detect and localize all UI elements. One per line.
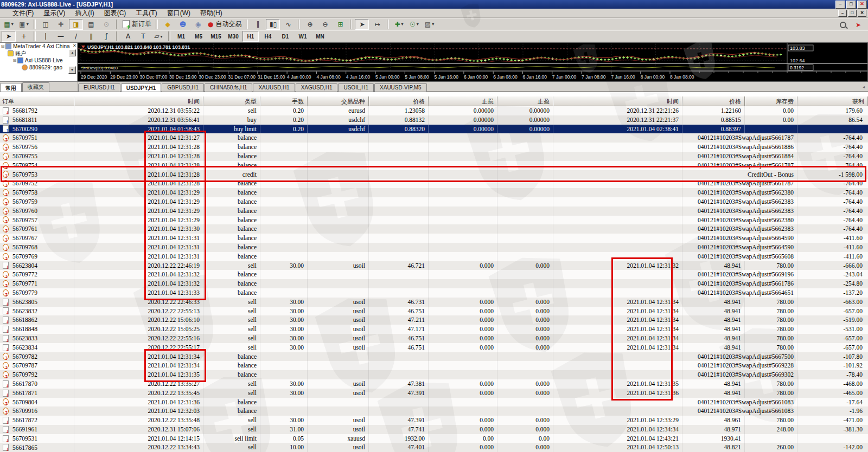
column-header-price-close[interactable]: 价格: [682, 96, 745, 106]
menu-item-6[interactable]: 帮助(H): [195, 8, 227, 18]
terminal-button[interactable]: ▤: [84, 19, 98, 30]
timeframe-mn-button[interactable]: MN: [312, 31, 328, 42]
history-row[interactable]: 566919612020.12.31 15:07:06sell31.00usoi…: [0, 425, 868, 434]
new-order-button[interactable]: 新订单: [121, 19, 153, 30]
experts-button[interactable]: ☻: [176, 19, 190, 30]
timeframe-m15-button[interactable]: M15: [208, 31, 224, 42]
history-row[interactable]: 566178712020.12.22 13:35:45sell30.00usoi…: [0, 389, 868, 398]
zoom-in-button[interactable]: ⊕: [303, 19, 317, 30]
chart-tab-xauusd-vip-m5[interactable]: XAUUSD-VIP,M5: [374, 83, 427, 92]
crosshair-button[interactable]: +: [17, 31, 31, 42]
zoom-out-button[interactable]: ⊖: [318, 19, 332, 30]
menu-item-0[interactable]: 文件(F): [8, 8, 39, 18]
history-row[interactable]: 566818112020.12.31 03:56:41buy0.20usdchf…: [0, 115, 868, 125]
column-header-symbol[interactable]: 交易品种: [308, 96, 369, 106]
history-row[interactable]: 567097872021.01.04 12:31:34balance040121…: [0, 361, 868, 370]
trendline-button[interactable]: /: [69, 31, 83, 42]
account-dropdown-icon[interactable]: ▼: [68, 66, 76, 74]
nav-item-root[interactable]: ⊟ MetaTrader 4 Axi China: [0, 43, 77, 50]
horizontal-line-button[interactable]: —: [54, 31, 68, 42]
history-row[interactable]: 567002902021.01.04 01:58:43buy limit0.20…: [0, 125, 868, 134]
price-chart[interactable]: 103.83102.64StdDev(20) 0.04800.3192USDJP…: [78, 43, 867, 81]
nav-item-server[interactable]: ⊟ Axi-US888-Live: [0, 57, 77, 64]
data-window-button[interactable]: ✚: [54, 19, 68, 30]
profiles-button[interactable]: ▣▾: [17, 19, 31, 30]
history-row[interactable]: 566817922020.12.31 03:55:22sell0.20eurus…: [0, 106, 868, 115]
restore-icon[interactable]: □: [846, 1, 856, 9]
metaeditor-button[interactable]: ◆: [161, 19, 175, 30]
history-row[interactable]: 567097612021.01.04 12:31:30balance040121…: [0, 224, 868, 234]
history-row[interactable]: 567097512021.01.04 12:31:27balance040121…: [0, 133, 868, 143]
timeframe-m1-button[interactable]: M1: [173, 31, 189, 42]
nav-item-accounts[interactable]: 账户: [0, 50, 77, 57]
autotrading-button[interactable]: ●自动交易: [206, 19, 243, 30]
menu-item-2[interactable]: 插入(I): [70, 8, 99, 18]
arrows-button[interactable]: ▱▾: [151, 31, 165, 42]
chart-line-button[interactable]: ∿: [281, 19, 295, 30]
column-header-profit[interactable]: 获利: [797, 96, 868, 106]
menu-item-1[interactable]: 显示(V): [39, 8, 70, 18]
dropdown-arrow-icon[interactable]: ▾: [401, 22, 404, 27]
navigator-scroll-up-icon[interactable]: ▲: [69, 49, 76, 56]
navigator-close-icon[interactable]: ×: [73, 43, 76, 48]
history-row[interactable]: 566238332020.12.22 22:55:16sell30.00usoi…: [0, 334, 868, 343]
history-row[interactable]: 567097572021.01.04 12:31:29balance040121…: [0, 216, 868, 225]
chart-tab-eurusd-h1[interactable]: EURUSD,H1: [78, 83, 120, 92]
history-row[interactable]: 566178702020.12.22 13:35:27sell30.00usoi…: [0, 379, 868, 389]
templates-button[interactable]: ▨▾: [422, 19, 436, 30]
market-watch-button[interactable]: ◫: [39, 19, 53, 30]
menu-item-3[interactable]: 图表(C): [99, 8, 131, 18]
sounds-button[interactable]: ◉: [191, 19, 205, 30]
history-row[interactable]: 567097542021.01.04 12:31:28balance040121…: [0, 161, 868, 170]
history-row[interactable]: 566238342020.12.22 22:55:17sell30.00usoi…: [0, 343, 868, 352]
timeframe-w1-button[interactable]: W1: [295, 31, 311, 42]
equidistant-channel-button[interactable]: ∥: [84, 31, 98, 42]
mdi-close-icon[interactable]: ✕: [858, 10, 866, 17]
history-row[interactable]: 566178722020.12.22 13:35:48sell30.00usoi…: [0, 416, 868, 425]
menu-item-5[interactable]: 窗口(W): [162, 8, 195, 18]
chart-tab-china50-fs-h1[interactable]: CHINA50.fs,H1: [205, 83, 252, 92]
tile-windows-button[interactable]: ⊞: [333, 19, 347, 30]
column-header-time-close[interactable]: 时间: [553, 96, 682, 106]
find-button[interactable]: [836, 20, 850, 30]
column-header-sl[interactable]: 止损: [429, 96, 497, 106]
timeframe-h4-button[interactable]: H4: [260, 31, 276, 42]
mdi-minimize-icon[interactable]: –: [838, 10, 847, 17]
quick-jump-button[interactable]: ➤: [851, 20, 865, 30]
column-header-type[interactable]: 类型: [203, 96, 260, 106]
nav-item-account[interactable]: 8809629: gao: [0, 64, 77, 71]
column-header-lots[interactable]: 手数: [260, 96, 308, 106]
history-row[interactable]: 566188622020.12.22 15:06:10sell30.00usoi…: [0, 315, 868, 325]
history-row[interactable]: 567097592021.01.04 12:31:29balance040121…: [0, 197, 868, 206]
timeframe-m5-button[interactable]: M5: [190, 31, 207, 42]
vertical-line-button[interactable]: |: [39, 31, 53, 42]
dropdown-arrow-icon[interactable]: ▾: [417, 22, 419, 27]
auto-scroll-button[interactable]: ➤: [355, 19, 369, 30]
history-row[interactable]: 567097532021.01.04 12:31:28creditCreditO…: [0, 170, 868, 179]
column-header-swap[interactable]: 库存费: [745, 96, 797, 106]
history-row[interactable]: 566238322020.12.22 22:55:13sell30.00usoi…: [0, 307, 868, 316]
history-row[interactable]: 566238052020.12.22 22:46:33sell30.00usoi…: [0, 298, 868, 307]
dropdown-arrow-icon[interactable]: ▾: [27, 22, 29, 27]
history-row[interactable]: 567097602021.01.04 12:31:29balance040121…: [0, 206, 868, 216]
dropdown-arrow-icon[interactable]: ▾: [161, 34, 163, 39]
history-row[interactable]: 567097682021.01.04 12:31:31balance040121…: [0, 243, 868, 252]
navigator-button[interactable]: ◨: [69, 19, 83, 30]
navigator-tab-常用[interactable]: 常用: [0, 83, 22, 92]
collapse-icon[interactable]: ⊟: [12, 58, 17, 63]
history-row[interactable]: 566188482020.12.22 15:05:25sell30.00usoi…: [0, 325, 868, 334]
dropdown-arrow-icon[interactable]: ▾: [11, 22, 14, 27]
history-row[interactable]: 567097712021.01.04 12:31:32balance040121…: [0, 279, 868, 288]
history-row[interactable]: 567097522021.01.04 12:31:28balance040121…: [0, 179, 868, 188]
mdi-restore-icon[interactable]: □: [848, 10, 857, 17]
history-row[interactable]: 567098042021.01.04 12:31:36balance040121…: [0, 398, 868, 407]
history-row[interactable]: 567097582021.01.04 12:31:29balance040121…: [0, 188, 868, 197]
chart-candles-button[interactable]: ▮▯: [266, 19, 280, 30]
history-row[interactable]: 566178652020.12.22 13:34:43sell10.00usoi…: [0, 443, 868, 452]
history-row[interactable]: 567097672021.01.04 12:31:31balance040121…: [0, 234, 868, 243]
column-header-price-open[interactable]: 价格: [369, 96, 429, 106]
chart-window[interactable]: 103.83102.64StdDev(20) 0.04800.3192USDJP…: [78, 42, 868, 82]
chart-tab-xagusd-h1[interactable]: XAGUSD,H1: [296, 83, 338, 92]
chart-tab-xauusd-h1[interactable]: XAUUSD,H1: [253, 83, 295, 92]
tab-scroll-left-icon[interactable]: ◂: [863, 85, 865, 89]
